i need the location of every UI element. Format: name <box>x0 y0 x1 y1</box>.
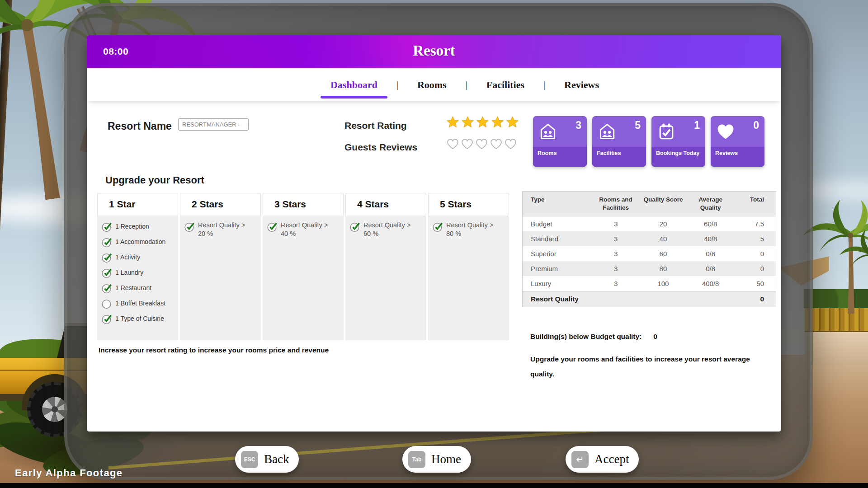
upgrade-column-5-stars: 5 Stars Resort Quality >80 % <box>428 193 509 340</box>
unchecked-icon <box>101 298 113 309</box>
column-header: 5 Stars <box>428 193 509 216</box>
tab-divider: | <box>543 80 545 90</box>
house-guests-icon <box>538 122 558 141</box>
requirement-item: 1 Accommodation <box>101 236 175 248</box>
table-row: Luxury 3 100 400/8 50 <box>523 276 776 291</box>
jeep-wheel-hub <box>52 406 58 413</box>
checked-icon <box>432 221 444 232</box>
letterbox-bar <box>0 483 868 488</box>
requirement-label: 1 Activity <box>115 253 140 261</box>
requirement-label: 1 Restaurant <box>115 284 151 291</box>
resort-name-input[interactable] <box>178 118 249 131</box>
requirement-item: Resort Quality >80 % <box>432 221 506 238</box>
column-header: 4 Stars <box>345 193 426 216</box>
checked-icon <box>101 282 113 294</box>
palm-tree-icon <box>834 226 868 310</box>
beach-wall <box>805 331 868 365</box>
requirement-item: 1 Buffet Breakfast <box>101 298 175 309</box>
upgrade-column-1-star: 1 Star 1 Reception 1 Accommodation <box>97 193 178 340</box>
upgrade-column-2-stars: 2 Stars Resort Quality >20 % <box>180 193 261 340</box>
enter-key-icon: ↵ <box>571 451 589 468</box>
below-budget-value: 0 <box>653 333 657 341</box>
quality-table: Type Rooms and Facilities Quality Score … <box>522 191 776 307</box>
home-button[interactable]: Tab Home <box>402 446 471 473</box>
column-header: 2 Stars <box>180 193 261 216</box>
requirement-item: 1 Laundry <box>101 267 175 278</box>
column-header: Average Quality <box>686 192 736 216</box>
checked-icon <box>101 221 113 232</box>
star-icon <box>446 116 459 129</box>
upgrade-footnote: Increase your resort rating to increase … <box>99 346 329 354</box>
calendar-check-icon <box>656 122 676 141</box>
stat-cards: 3 Rooms 5 Facilities 1 Bookings Today <box>533 116 764 167</box>
stat-card-reviews[interactable]: 0 Reviews <box>711 116 764 167</box>
stat-label: Rooms <box>533 147 587 167</box>
accept-button[interactable]: ↵ Accept <box>566 446 639 473</box>
requirement-value: 60 % <box>363 230 410 238</box>
requirement-item: Resort Quality >60 % <box>349 221 424 238</box>
requirement-label: Resort Quality > <box>446 221 493 230</box>
column-header: Type <box>523 192 591 216</box>
resort-name-label: Resort Name <box>108 120 172 132</box>
checked-icon <box>101 267 113 278</box>
heart-icon <box>504 137 517 150</box>
heart-icon <box>446 137 459 150</box>
column-header: 1 Star <box>97 193 178 216</box>
back-button[interactable]: ESC Back <box>235 446 299 473</box>
column-header: Rooms and Facilities <box>591 192 641 216</box>
stat-card-facilities[interactable]: 5 Facilities <box>592 116 646 167</box>
table-row: Budget 3 20 60/8 7.5 <box>523 216 776 232</box>
upgrade-hint: Upgrade your rooms and facilities to inc… <box>530 352 770 381</box>
stat-card-rooms[interactable]: 3 Rooms <box>533 116 587 167</box>
checked-icon <box>266 221 278 232</box>
upgrade-columns: 1 Star 1 Reception 1 Accommodation <box>97 193 509 340</box>
stat-value: 0 <box>753 119 759 131</box>
requirement-label: 1 Type of Cuisine <box>115 315 164 322</box>
requirement-label: 1 Accommodation <box>115 238 165 245</box>
star-icon <box>491 116 504 129</box>
requirement-value: 40 % <box>281 230 328 238</box>
requirement-item: Resort Quality >40 % <box>266 221 341 238</box>
tab-reviews[interactable]: Reviews <box>562 79 601 91</box>
checked-icon <box>349 221 361 232</box>
column-header: Total <box>736 192 776 216</box>
tab-dashboard[interactable]: Dashboard <box>329 79 379 91</box>
table-summary-row: Resort Quality 0 <box>523 291 776 307</box>
heart-icon <box>461 137 474 150</box>
heart-icon <box>475 137 488 150</box>
stat-value: 5 <box>635 119 641 131</box>
heart-icon <box>716 122 736 141</box>
requirement-label: Resort Quality > <box>198 221 245 230</box>
checked-icon <box>101 252 113 263</box>
requirement-label: 1 Reception <box>115 223 149 230</box>
tab-divider: | <box>396 80 398 90</box>
stat-value: 3 <box>576 119 581 131</box>
requirement-label: 1 Laundry <box>115 269 143 276</box>
stat-label: Bookings Today <box>651 147 705 167</box>
tab-facilities[interactable]: Facilities <box>485 79 526 91</box>
requirement-item: 1 Restaurant <box>101 282 175 294</box>
table-row: Superior 3 60 0/8 0 <box>523 246 776 261</box>
table-header-row: Type Rooms and Facilities Quality Score … <box>523 192 776 216</box>
table-row: Standard 3 40 40/8 5 <box>523 231 776 246</box>
table-row: Premium 3 80 0/8 0 <box>523 261 776 276</box>
stat-label: Reviews <box>711 147 764 167</box>
stat-label: Facilities <box>592 147 646 167</box>
tab-rooms[interactable]: Rooms <box>415 79 448 91</box>
requirement-label: 1 Buffet Breakfast <box>115 300 165 307</box>
screen: 08:00 Resort Dashboard | Rooms | Facilit… <box>0 0 868 488</box>
star-icon <box>506 116 519 129</box>
star-icon <box>461 116 474 129</box>
esc-key-icon: ESC <box>241 451 258 468</box>
heart-icon <box>490 137 503 150</box>
resort-rating-stars <box>446 116 519 129</box>
house-guests-icon <box>597 122 617 141</box>
below-budget-label: Building(s) below Budget quality: <box>530 333 642 341</box>
checked-icon <box>101 236 113 248</box>
tab-divider: | <box>466 80 467 90</box>
upgrade-column-3-stars: 3 Stars Resort Quality >40 % <box>263 193 344 340</box>
star-icon <box>476 116 489 129</box>
stat-card-bookings-today[interactable]: 1 Bookings Today <box>651 116 705 167</box>
checked-icon <box>101 313 113 324</box>
guests-reviews-hearts <box>446 137 517 150</box>
